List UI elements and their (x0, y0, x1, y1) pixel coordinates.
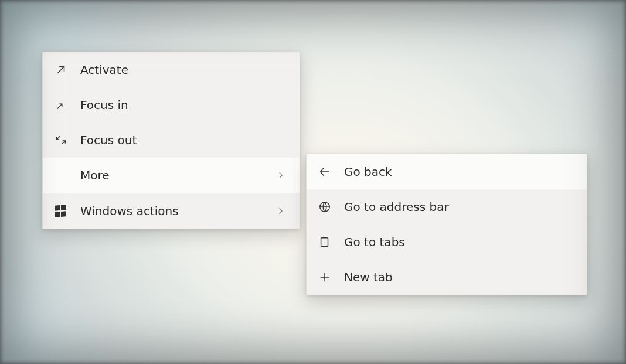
menu-item-address-bar[interactable]: Go to address bar (307, 189, 587, 224)
menu-item-more[interactable]: More (43, 158, 300, 193)
menu-item-label: Go back (344, 165, 575, 179)
svg-rect-1 (321, 238, 328, 247)
menu-item-label: Activate (80, 63, 288, 77)
context-menu-sub: Go back Go to address bar Go to tabs New… (306, 154, 587, 295)
arrow-up-right-icon (55, 63, 80, 76)
menu-item-go-to-tabs[interactable]: Go to tabs (307, 224, 587, 260)
globe-icon (318, 200, 344, 213)
menu-item-label: Windows actions (80, 204, 274, 218)
chevron-right-icon (274, 207, 288, 215)
menu-item-label: More (80, 168, 274, 182)
menu-item-windows-actions[interactable]: Windows actions (43, 193, 300, 229)
windows-logo-icon (55, 205, 80, 217)
menu-item-go-back[interactable]: Go back (307, 154, 587, 189)
context-menu-main: Activate Focus in Focus out More Windows… (42, 52, 300, 229)
menu-item-label: New tab (344, 270, 575, 284)
menu-item-new-tab[interactable]: New tab (307, 260, 587, 295)
plus-icon (318, 271, 344, 284)
focus-in-icon (55, 98, 80, 111)
menu-item-label: Go to tabs (344, 235, 575, 249)
menu-item-focus-out[interactable]: Focus out (43, 123, 300, 158)
arrow-left-icon (318, 165, 344, 178)
menu-item-focus-in[interactable]: Focus in (43, 87, 300, 123)
menu-item-activate[interactable]: Activate (43, 52, 300, 87)
menu-item-label: Focus in (80, 98, 288, 112)
chevron-right-icon (274, 171, 288, 179)
menu-item-label: Go to address bar (344, 200, 575, 214)
focus-out-icon (55, 134, 80, 147)
menu-item-label: Focus out (80, 133, 288, 147)
tabs-icon (318, 236, 344, 249)
